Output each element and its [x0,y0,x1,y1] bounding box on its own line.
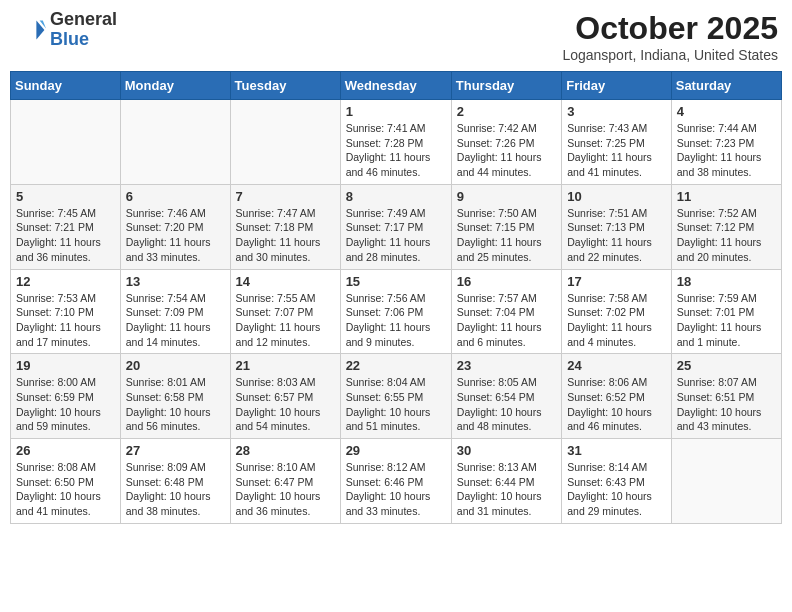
table-row: 29Sunrise: 8:12 AM Sunset: 6:46 PM Dayli… [340,439,451,524]
col-monday: Monday [120,72,230,100]
table-row: 18Sunrise: 7:59 AM Sunset: 7:01 PM Dayli… [671,269,781,354]
day-number: 14 [236,274,335,289]
day-info: Sunrise: 7:52 AM Sunset: 7:12 PM Dayligh… [677,206,776,265]
col-friday: Friday [562,72,672,100]
day-info: Sunrise: 7:43 AM Sunset: 7:25 PM Dayligh… [567,121,666,180]
day-info: Sunrise: 7:47 AM Sunset: 7:18 PM Dayligh… [236,206,335,265]
day-number: 9 [457,189,556,204]
logo-icon [14,14,46,46]
table-row: 16Sunrise: 7:57 AM Sunset: 7:04 PM Dayli… [451,269,561,354]
day-info: Sunrise: 7:53 AM Sunset: 7:10 PM Dayligh… [16,291,115,350]
day-number: 22 [346,358,446,373]
day-info: Sunrise: 8:05 AM Sunset: 6:54 PM Dayligh… [457,375,556,434]
table-row: 30Sunrise: 8:13 AM Sunset: 6:44 PM Dayli… [451,439,561,524]
day-info: Sunrise: 7:57 AM Sunset: 7:04 PM Dayligh… [457,291,556,350]
title-block: October 2025 Logansport, Indiana, United… [562,10,778,63]
table-row: 4Sunrise: 7:44 AM Sunset: 7:23 PM Daylig… [671,100,781,185]
calendar-header-row: Sunday Monday Tuesday Wednesday Thursday… [11,72,782,100]
day-number: 2 [457,104,556,119]
table-row: 26Sunrise: 8:08 AM Sunset: 6:50 PM Dayli… [11,439,121,524]
day-info: Sunrise: 7:45 AM Sunset: 7:21 PM Dayligh… [16,206,115,265]
day-info: Sunrise: 7:51 AM Sunset: 7:13 PM Dayligh… [567,206,666,265]
day-info: Sunrise: 7:44 AM Sunset: 7:23 PM Dayligh… [677,121,776,180]
col-saturday: Saturday [671,72,781,100]
table-row: 6Sunrise: 7:46 AM Sunset: 7:20 PM Daylig… [120,184,230,269]
month-title: October 2025 [562,10,778,47]
day-number: 31 [567,443,666,458]
day-number: 20 [126,358,225,373]
day-info: Sunrise: 8:12 AM Sunset: 6:46 PM Dayligh… [346,460,446,519]
day-number: 11 [677,189,776,204]
day-number: 6 [126,189,225,204]
day-number: 24 [567,358,666,373]
logo: General Blue [14,10,117,50]
day-number: 8 [346,189,446,204]
col-wednesday: Wednesday [340,72,451,100]
page-header: General Blue October 2025 Logansport, In… [10,10,782,63]
day-number: 25 [677,358,776,373]
day-info: Sunrise: 7:54 AM Sunset: 7:09 PM Dayligh… [126,291,225,350]
day-info: Sunrise: 8:04 AM Sunset: 6:55 PM Dayligh… [346,375,446,434]
col-sunday: Sunday [11,72,121,100]
day-number: 30 [457,443,556,458]
day-number: 5 [16,189,115,204]
table-row [120,100,230,185]
table-row: 1Sunrise: 7:41 AM Sunset: 7:28 PM Daylig… [340,100,451,185]
day-info: Sunrise: 7:55 AM Sunset: 7:07 PM Dayligh… [236,291,335,350]
day-number: 29 [346,443,446,458]
day-number: 12 [16,274,115,289]
day-info: Sunrise: 7:50 AM Sunset: 7:15 PM Dayligh… [457,206,556,265]
day-info: Sunrise: 7:41 AM Sunset: 7:28 PM Dayligh… [346,121,446,180]
logo-text: General Blue [50,10,117,50]
day-info: Sunrise: 8:00 AM Sunset: 6:59 PM Dayligh… [16,375,115,434]
table-row: 5Sunrise: 7:45 AM Sunset: 7:21 PM Daylig… [11,184,121,269]
table-row: 3Sunrise: 7:43 AM Sunset: 7:25 PM Daylig… [562,100,672,185]
table-row: 9Sunrise: 7:50 AM Sunset: 7:15 PM Daylig… [451,184,561,269]
day-number: 21 [236,358,335,373]
day-info: Sunrise: 7:42 AM Sunset: 7:26 PM Dayligh… [457,121,556,180]
day-info: Sunrise: 8:14 AM Sunset: 6:43 PM Dayligh… [567,460,666,519]
table-row: 14Sunrise: 7:55 AM Sunset: 7:07 PM Dayli… [230,269,340,354]
day-info: Sunrise: 8:03 AM Sunset: 6:57 PM Dayligh… [236,375,335,434]
day-number: 13 [126,274,225,289]
table-row: 11Sunrise: 7:52 AM Sunset: 7:12 PM Dayli… [671,184,781,269]
table-row: 27Sunrise: 8:09 AM Sunset: 6:48 PM Dayli… [120,439,230,524]
table-row: 20Sunrise: 8:01 AM Sunset: 6:58 PM Dayli… [120,354,230,439]
day-number: 17 [567,274,666,289]
col-thursday: Thursday [451,72,561,100]
col-tuesday: Tuesday [230,72,340,100]
day-number: 18 [677,274,776,289]
day-info: Sunrise: 7:56 AM Sunset: 7:06 PM Dayligh… [346,291,446,350]
location: Logansport, Indiana, United States [562,47,778,63]
table-row: 15Sunrise: 7:56 AM Sunset: 7:06 PM Dayli… [340,269,451,354]
table-row [230,100,340,185]
day-number: 27 [126,443,225,458]
day-number: 19 [16,358,115,373]
day-number: 16 [457,274,556,289]
day-number: 23 [457,358,556,373]
table-row [11,100,121,185]
day-number: 28 [236,443,335,458]
table-row: 24Sunrise: 8:06 AM Sunset: 6:52 PM Dayli… [562,354,672,439]
table-row: 13Sunrise: 7:54 AM Sunset: 7:09 PM Dayli… [120,269,230,354]
table-row: 10Sunrise: 7:51 AM Sunset: 7:13 PM Dayli… [562,184,672,269]
day-info: Sunrise: 7:58 AM Sunset: 7:02 PM Dayligh… [567,291,666,350]
day-number: 7 [236,189,335,204]
day-info: Sunrise: 8:09 AM Sunset: 6:48 PM Dayligh… [126,460,225,519]
day-info: Sunrise: 8:08 AM Sunset: 6:50 PM Dayligh… [16,460,115,519]
day-info: Sunrise: 7:46 AM Sunset: 7:20 PM Dayligh… [126,206,225,265]
table-row: 7Sunrise: 7:47 AM Sunset: 7:18 PM Daylig… [230,184,340,269]
table-row: 12Sunrise: 7:53 AM Sunset: 7:10 PM Dayli… [11,269,121,354]
table-row: 25Sunrise: 8:07 AM Sunset: 6:51 PM Dayli… [671,354,781,439]
day-info: Sunrise: 8:07 AM Sunset: 6:51 PM Dayligh… [677,375,776,434]
table-row: 8Sunrise: 7:49 AM Sunset: 7:17 PM Daylig… [340,184,451,269]
table-row: 28Sunrise: 8:10 AM Sunset: 6:47 PM Dayli… [230,439,340,524]
table-row: 2Sunrise: 7:42 AM Sunset: 7:26 PM Daylig… [451,100,561,185]
day-info: Sunrise: 8:13 AM Sunset: 6:44 PM Dayligh… [457,460,556,519]
day-number: 26 [16,443,115,458]
table-row: 22Sunrise: 8:04 AM Sunset: 6:55 PM Dayli… [340,354,451,439]
day-info: Sunrise: 7:49 AM Sunset: 7:17 PM Dayligh… [346,206,446,265]
table-row: 21Sunrise: 8:03 AM Sunset: 6:57 PM Dayli… [230,354,340,439]
table-row [671,439,781,524]
day-info: Sunrise: 7:59 AM Sunset: 7:01 PM Dayligh… [677,291,776,350]
